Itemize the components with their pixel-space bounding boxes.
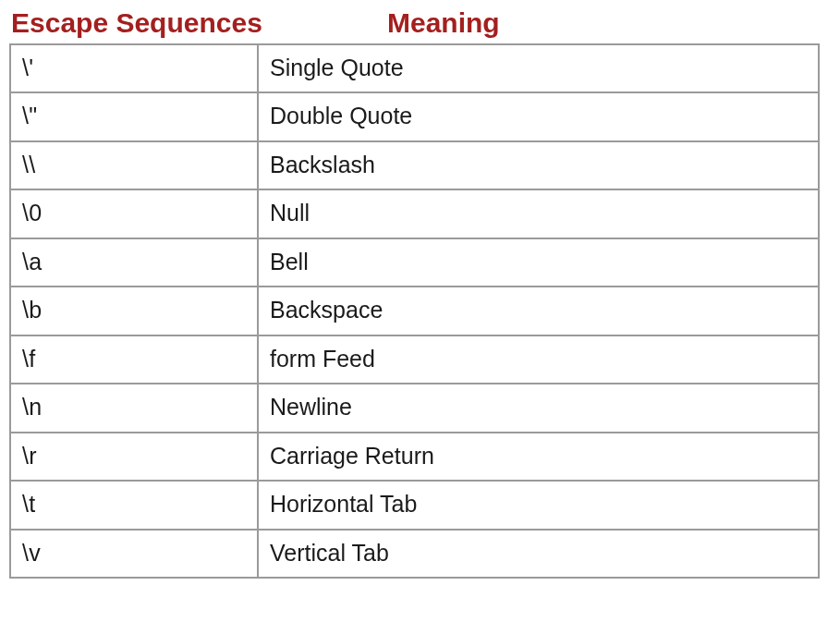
- table-row: \0 Null: [10, 189, 819, 238]
- cell-meaning: Backspace: [258, 287, 819, 335]
- cell-sequence: \b: [10, 287, 258, 335]
- header-meaning: Meaning: [382, 7, 820, 40]
- table-row: \r Carriage Return: [10, 433, 819, 482]
- cell-sequence: \': [10, 44, 258, 93]
- cell-sequence: \n: [10, 384, 258, 433]
- cell-meaning: Horizontal Tab: [258, 481, 819, 530]
- table-row: \a Bell: [10, 238, 819, 287]
- cell-meaning: form Feed: [258, 335, 819, 384]
- cell-sequence: \t: [10, 481, 258, 530]
- cell-sequence: \r: [10, 433, 258, 482]
- table-row: \t Horizontal Tab: [10, 481, 819, 530]
- cell-meaning: Double Quote: [258, 92, 819, 141]
- cell-meaning: Null: [258, 189, 819, 238]
- table-row: \' Single Quote: [10, 44, 819, 93]
- cell-meaning: Backslash: [258, 141, 819, 190]
- table-row: \n Newline: [10, 384, 819, 433]
- cell-sequence: \": [10, 92, 258, 141]
- table-row: \" Double Quote: [10, 92, 819, 141]
- cell-sequence: \v: [10, 530, 258, 579]
- table-header-row: Escape Sequences Meaning: [9, 7, 820, 40]
- cell-meaning: Bell: [258, 238, 819, 287]
- cell-sequence: \f: [10, 335, 258, 384]
- table-row: \f form Feed: [10, 335, 819, 384]
- cell-meaning: Vertical Tab: [258, 530, 819, 579]
- cell-meaning: Single Quote: [258, 44, 819, 93]
- cell-sequence: \0: [10, 189, 258, 238]
- table-row: \b Backspace: [10, 287, 819, 335]
- escape-sequence-table: \' Single Quote \" Double Quote \\ Backs…: [9, 43, 820, 579]
- cell-sequence: \a: [10, 238, 258, 287]
- cell-sequence: \\: [10, 141, 258, 190]
- cell-meaning: Newline: [258, 384, 819, 433]
- cell-meaning: Carriage Return: [258, 433, 819, 482]
- header-escape-sequences: Escape Sequences: [9, 7, 382, 40]
- table-row: \\ Backslash: [10, 141, 819, 190]
- table-row: \v Vertical Tab: [10, 530, 819, 579]
